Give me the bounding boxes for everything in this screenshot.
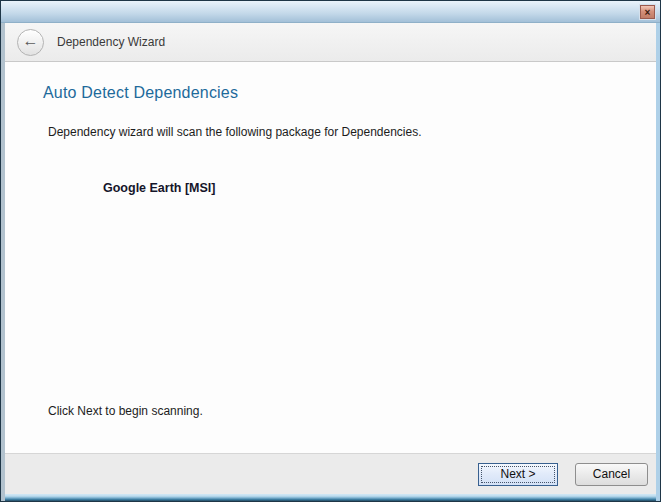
page-title: Auto Detect Dependencies	[43, 84, 238, 102]
instruction-text: Click Next to begin scanning.	[48, 404, 203, 418]
next-button[interactable]: Next >	[478, 463, 558, 486]
close-icon[interactable]: ×	[640, 5, 655, 19]
wizard-content: Auto Detect Dependencies Dependency wiza…	[5, 62, 656, 453]
window-body: ← Dependency Wizard Auto Detect Dependen…	[1, 23, 660, 501]
titlebar[interactable]: ×	[1, 1, 660, 23]
button-bar: Next > Cancel	[5, 453, 656, 494]
window-bottom-frame	[5, 494, 656, 501]
wizard-header: ← Dependency Wizard	[5, 23, 656, 62]
back-arrow-icon: ←	[23, 32, 39, 50]
wizard-title: Dependency Wizard	[57, 35, 165, 49]
back-button[interactable]: ←	[17, 29, 44, 56]
dependency-wizard-window: × ← Dependency Wizard Auto Detect Depend…	[0, 0, 661, 502]
cancel-button[interactable]: Cancel	[575, 463, 648, 486]
package-name: Google Earth [MSI]	[103, 181, 216, 195]
description-text: Dependency wizard will scan the followin…	[48, 125, 422, 139]
